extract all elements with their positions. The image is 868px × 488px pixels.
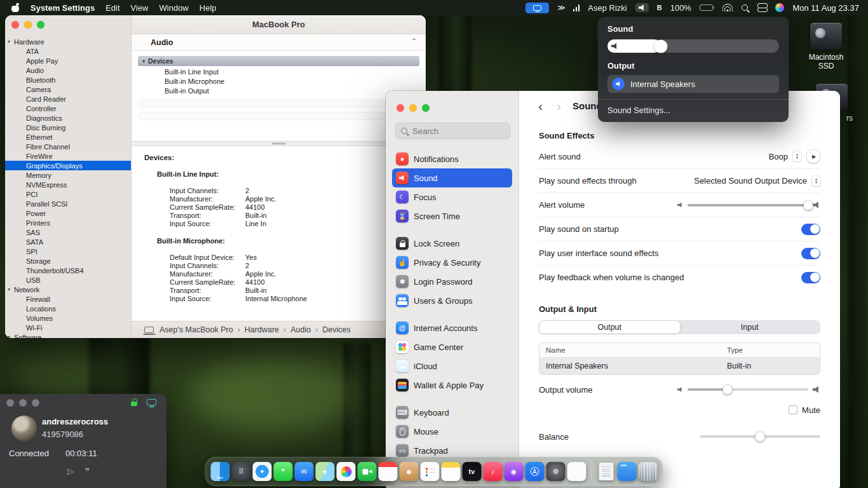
sysinfo-sidebar-item[interactable]: Camera: [5, 85, 131, 94]
apple-menu-icon[interactable]: [11, 3, 20, 13]
double-arrows-icon[interactable]: ≫: [557, 3, 565, 12]
slider-knob[interactable]: [756, 432, 765, 442]
sidebar-item-notifications[interactable]: ● Notifications: [392, 149, 512, 168]
control-center-icon[interactable]: [757, 3, 767, 12]
activity-bars-icon[interactable]: [573, 4, 580, 11]
device-group-header[interactable]: ▾ Devices: [138, 56, 419, 66]
slider-knob[interactable]: [804, 200, 813, 210]
close-button[interactable]: [11, 21, 19, 29]
sysinfo-sidebar-item[interactable]: Firewall: [5, 294, 131, 304]
chat-icon[interactable]: ❞: [85, 466, 90, 476]
alert-volume-slider[interactable]: [688, 204, 808, 207]
dock-trash[interactable]: [639, 462, 658, 481]
sysinfo-sidebar-item[interactable]: SATA: [5, 237, 131, 247]
balance-slider[interactable]: [700, 435, 820, 438]
sysinfo-sidebar-item[interactable]: Diagnostics: [5, 113, 131, 123]
menu-bar-clock[interactable]: Mon 11 Aug 23.37: [792, 3, 859, 13]
menu-bar-user-name[interactable]: Asep Rizki: [588, 3, 627, 13]
mute-checkbox[interactable]: [789, 405, 797, 414]
dock-launchpad[interactable]: ⠿: [232, 462, 251, 481]
sysinfo-sidebar-item[interactable]: Apple Pay: [5, 56, 131, 65]
sysinfo-sidebar-item[interactable]: Bluetooth: [5, 75, 131, 85]
sysinfo-sidebar-item[interactable]: Graphics/Displays: [5, 161, 131, 170]
screen-sharing-indicator[interactable]: [526, 3, 549, 13]
sidebar-item-game-center[interactable]: Game Center: [392, 337, 512, 356]
close-button[interactable]: [397, 104, 404, 112]
menu-item[interactable]: Window: [159, 3, 189, 13]
sidebar-item-login-password[interactable]: ✱ Login Password: [392, 272, 512, 291]
sidebar-item-mouse[interactable]: Mouse: [392, 422, 512, 441]
sysinfo-sidebar-item[interactable]: Printers: [5, 218, 131, 227]
play-alert-sound-button[interactable]: ▶: [806, 149, 820, 163]
sysinfo-sidebar-item[interactable]: SPI: [5, 247, 131, 256]
forward-chevron-icon[interactable]: ›: [557, 99, 561, 112]
collapse-chevron-icon[interactable]: ˆ: [412, 40, 416, 45]
dock-podcasts[interactable]: ◉: [505, 462, 524, 481]
sysinfo-sidebar-item[interactable]: Volumes: [5, 313, 131, 323]
sidebar-item-focus[interactable]: ☾ Focus: [392, 187, 512, 207]
sysinfo-sidebar-item[interactable]: Ethernet: [5, 132, 131, 142]
sidebar-item-wallet[interactable]: Wallet & Apple Pay: [392, 376, 512, 395]
device-row[interactable]: Built-in Output: [132, 86, 426, 96]
sidebar-item-privacy-security[interactable]: ☝ Privacy & Security: [392, 253, 512, 272]
dock-notes[interactable]: ≡: [442, 462, 461, 481]
sysinfo-sidebar-item[interactable]: FireWire: [5, 151, 131, 161]
tab-input[interactable]: Input: [680, 321, 820, 334]
siri-icon[interactable]: [775, 3, 784, 12]
dock-music[interactable]: ♪: [484, 462, 503, 481]
dock-system-settings[interactable]: ⚙: [546, 462, 566, 481]
dock-downloads[interactable]: [618, 462, 637, 481]
dock-calendar[interactable]: 11: [379, 462, 398, 481]
sysinfo-sidebar-item[interactable]: ▾ Hardware: [5, 37, 131, 46]
desktop-icon-macintosh-ssd[interactable]: Macintosh SSD: [806, 23, 846, 71]
wifi-icon[interactable]: [722, 4, 733, 11]
dock-anydesk[interactable]: ad: [567, 462, 587, 481]
sysinfo-sidebar-item[interactable]: Audio: [5, 65, 131, 75]
sidebar-item-sound[interactable]: Sound: [392, 168, 512, 187]
dock-document[interactable]: [599, 463, 614, 480]
search-input[interactable]: Search: [395, 123, 510, 139]
toggle-switch[interactable]: [801, 248, 820, 259]
sidebar-item-internet-accounts[interactable]: @ Internet Accounts: [392, 318, 512, 337]
sysinfo-sidebar-item[interactable]: USB: [5, 275, 131, 285]
menu-item[interactable]: Help: [200, 3, 217, 13]
dock-appstore[interactable]: A: [526, 462, 545, 481]
dock-reminders[interactable]: [421, 462, 440, 481]
dock-tv[interactable]: tv: [463, 462, 482, 481]
sysinfo-sidebar-item[interactable]: Controller: [5, 104, 131, 113]
sound-menu-icon[interactable]: [635, 3, 649, 12]
sysinfo-sidebar-item[interactable]: Storage: [5, 256, 131, 266]
sidebar-item-screen-time[interactable]: ⌛ Screen Time: [392, 207, 512, 226]
sysinfo-sidebar-item[interactable]: ATA: [5, 46, 131, 56]
zoom-button[interactable]: [37, 21, 44, 29]
sysinfo-sidebar-item[interactable]: Fibre Channel: [5, 142, 131, 151]
minimize-button[interactable]: [409, 104, 417, 112]
sysinfo-sidebar-item[interactable]: Power: [5, 208, 131, 218]
sysinfo-sidebar-item[interactable]: PCI: [5, 189, 131, 199]
sysinfo-sidebar-item[interactable]: Locations: [5, 304, 131, 313]
file-transfer-icon[interactable]: ▷: [67, 466, 74, 476]
active-app-menu[interactable]: System Settings: [31, 3, 95, 13]
back-chevron-icon[interactable]: ‹: [538, 99, 543, 112]
sysinfo-sidebar-item[interactable]: Wi-Fi: [5, 323, 131, 332]
popover-volume-slider[interactable]: [607, 39, 779, 53]
menu-item[interactable]: View: [131, 3, 149, 13]
tab-output[interactable]: Output: [539, 321, 680, 334]
play-through-popup-button[interactable]: ▴▾: [812, 176, 820, 186]
sysinfo-sidebar-item[interactable]: Thunderbolt/USB4: [5, 266, 131, 275]
dock-safari[interactable]: ✦: [253, 462, 272, 481]
pane-splitter[interactable]: [132, 141, 426, 146]
toggle-switch[interactable]: [801, 272, 820, 283]
sidebar-item-keyboard[interactable]: ⌨ Keyboard: [392, 403, 512, 422]
bluetooth-icon[interactable]: B: [657, 4, 662, 11]
remote-screen-icon[interactable]: [147, 399, 156, 405]
dock-finder[interactable]: ‿: [211, 462, 230, 481]
sysinfo-sidebar-item[interactable]: Memory: [5, 170, 131, 180]
output-volume-slider[interactable]: [688, 388, 808, 391]
sysinfo-sidebar-item[interactable]: Disc Burning: [5, 123, 131, 132]
slider-knob[interactable]: [722, 385, 732, 395]
minimize-button[interactable]: [24, 21, 32, 29]
dock-maps[interactable]: ➤: [316, 462, 335, 481]
device-row[interactable]: Built-in Line Input: [132, 67, 426, 77]
alert-sound-popup-button[interactable]: ▴▾: [793, 151, 801, 161]
